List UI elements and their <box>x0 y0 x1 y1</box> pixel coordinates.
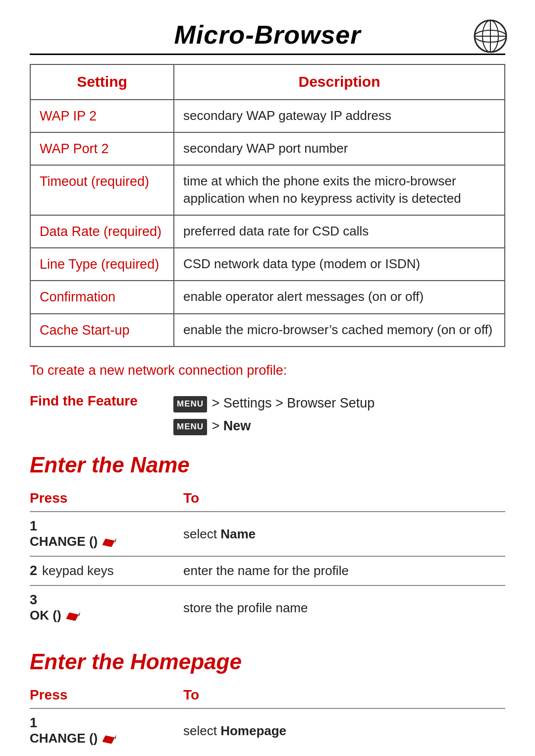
press-table-row: 3OK ()store the profile name <box>30 585 505 630</box>
press-action: CHANGE () <box>30 731 173 746</box>
table-row: Line Type (required)CSD network data typ… <box>30 248 505 281</box>
table-row: Confirmationenable operator alert messag… <box>30 281 505 313</box>
globe-icon <box>473 19 508 54</box>
setting-name-cell: Line Type (required) <box>30 248 174 281</box>
to-header-homepage: To <box>183 685 505 708</box>
step-number: 2 <box>30 563 37 578</box>
settings-table: Setting Description WAP IP 2secondary WA… <box>30 64 505 347</box>
table-row: Cache Start-upenable the micro-browser’s… <box>30 314 505 347</box>
setting-name-cell: WAP Port 2 <box>30 132 174 165</box>
svg-marker-5 <box>103 539 114 547</box>
to-action-cell: store the profile name <box>183 585 505 630</box>
press-label: keypad keys <box>42 563 114 578</box>
bold-keyword: Name <box>220 526 256 541</box>
setting-name-cell: Confirmation <box>30 281 174 313</box>
menu-badge-1: MENU <box>173 396 207 412</box>
press-header-name: Press <box>30 488 183 512</box>
enter-homepage-heading: Enter the Homepage <box>30 649 505 674</box>
description-cell: enable operator alert messages (on or of… <box>174 281 505 313</box>
press-label: CHANGE () <box>30 731 98 746</box>
setting-name-cell: Cache Start-up <box>30 314 174 347</box>
new-bold: New <box>223 418 251 433</box>
col-setting-header: Setting <box>30 64 174 100</box>
page-title: Micro-Browser <box>30 20 505 50</box>
description-cell: CSD network data type (modem or ISDN) <box>174 248 505 281</box>
press-action: OK () <box>30 608 173 623</box>
step-number: 3 <box>30 592 37 607</box>
table-row: Timeout (required)time at which the phon… <box>30 165 505 215</box>
svg-marker-7 <box>66 613 78 621</box>
feature-path-text1: > Settings > Browser Setup <box>212 396 375 410</box>
press-table-row: 1CHANGE ()select Homepage <box>30 708 505 753</box>
find-feature-label: Find the Feature <box>30 392 159 409</box>
intro-text: To create a new network connection profi… <box>30 363 505 378</box>
press-table-row: 1CHANGE ()select Name <box>30 512 505 556</box>
press-table-row: 2keypad keysenter the name for the profi… <box>30 556 505 585</box>
setting-name-cell: Data Rate (required) <box>30 215 174 248</box>
feature-path-line1: MENU > Settings > Browser Setup <box>173 392 374 415</box>
table-row: WAP Port 2secondary WAP port number <box>30 132 505 165</box>
step-number: 1 <box>30 715 37 730</box>
description-cell: time at which the phone exits the micro-… <box>174 165 505 215</box>
svg-marker-9 <box>103 736 114 744</box>
svg-marker-10 <box>114 735 116 740</box>
svg-marker-6 <box>114 538 116 543</box>
press-step-cell: 2keypad keys <box>30 556 183 585</box>
setting-name-cell: WAP IP 2 <box>30 100 174 132</box>
table-row: Data Rate (required)preferred data rate … <box>30 215 505 248</box>
menu-badge-2: MENU <box>173 419 207 435</box>
feature-path-text2: > New <box>212 418 251 433</box>
description-cell: enable the micro-browser’s cached memory… <box>174 314 505 347</box>
enter-name-table: Press To 1CHANGE ()select Name2keypad ke… <box>30 488 505 630</box>
press-step-cell: 1CHANGE () <box>30 708 183 753</box>
to-action-cell: select Homepage <box>183 708 505 753</box>
press-header-homepage: Press <box>30 685 183 708</box>
step-number: 1 <box>30 519 37 533</box>
bold-keyword: Homepage <box>220 723 286 738</box>
to-header-name: To <box>183 488 505 512</box>
description-cell: secondary WAP gateway IP address <box>174 100 505 132</box>
description-cell: preferred data rate for CSD calls <box>174 215 505 248</box>
to-action-cell: enter the name for the profile <box>183 556 505 585</box>
title-divider <box>30 54 505 55</box>
to-action-cell: select Name <box>183 512 505 556</box>
press-action: CHANGE () <box>30 534 173 549</box>
enter-name-heading: Enter the Name <box>30 453 505 477</box>
description-cell: secondary WAP port number <box>174 132 505 165</box>
press-label: CHANGE () <box>30 534 98 549</box>
find-feature-content: MENU > Settings > Browser Setup MENU > N… <box>173 392 374 438</box>
press-step-cell: 1CHANGE () <box>30 512 183 556</box>
col-description-header: Description <box>174 64 505 100</box>
enter-homepage-table: Press To 1CHANGE ()select Homepage <box>30 685 505 753</box>
find-feature-block: Find the Feature MENU > Settings > Brows… <box>30 392 505 438</box>
feature-path-line2: MENU > New <box>173 415 374 438</box>
setting-name-cell: Timeout (required) <box>30 165 174 215</box>
press-label: OK () <box>30 608 61 623</box>
table-row: WAP IP 2secondary WAP gateway IP address <box>30 100 505 132</box>
svg-marker-8 <box>78 612 80 617</box>
press-step-cell: 3OK () <box>30 585 183 630</box>
